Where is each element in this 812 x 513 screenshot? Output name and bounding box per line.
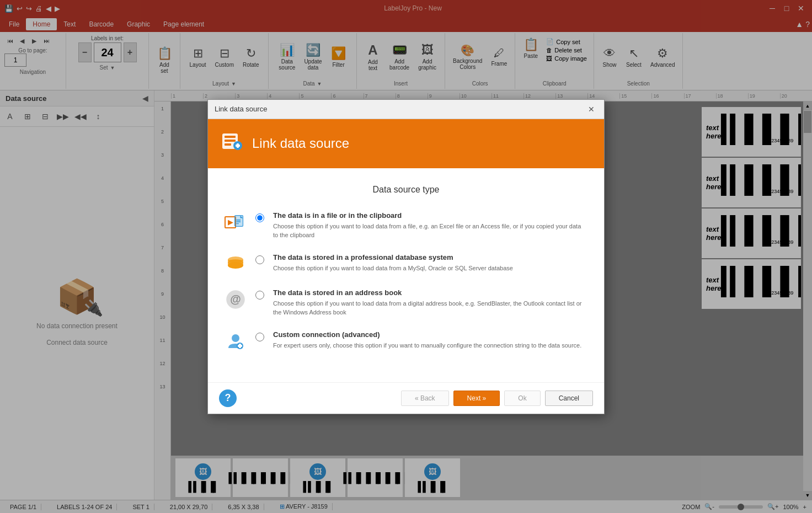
next-btn[interactable]: Next »: [453, 391, 500, 406]
ok-btn[interactable]: Ok: [504, 391, 540, 406]
option-db-icon: [225, 253, 247, 275]
option-custom-desc: For expert users only, choose this optio…: [273, 341, 587, 350]
radio-custom[interactable]: [255, 333, 264, 341]
radio-file[interactable]: [255, 213, 264, 222]
option-db: The data is stored in a professional dat…: [225, 253, 587, 275]
svg-rect-9: [236, 220, 241, 221]
help-icon[interactable]: ?: [219, 389, 237, 407]
svg-text:@: @: [230, 293, 241, 305]
option-custom-icon: [225, 330, 247, 352]
option-address-content: The data is stored in an address book Ch…: [273, 288, 587, 317]
svg-rect-11: [236, 223, 239, 224]
option-file-icon: ▶: [225, 211, 247, 233]
svg-rect-22: [238, 345, 242, 347]
modal-footer: ? « Back Next » Ok Cancel: [208, 382, 604, 414]
modal-header-title: Link data source: [252, 136, 349, 151]
modal-overlay: Link data source ✕ Link data source Data…: [0, 0, 812, 513]
back-btn[interactable]: « Back: [401, 391, 449, 406]
option-address-icon: @: [225, 288, 247, 311]
option-custom-content: Custom connection (advanced) For expert …: [273, 330, 587, 350]
option-file-content: The data is in a file or in the clipboar…: [273, 211, 587, 240]
option-db-content: The data is stored in a professional dat…: [273, 253, 587, 273]
option-file: ▶ The data is in a file or in the clipbo…: [225, 211, 587, 240]
cancel-btn[interactable]: Cancel: [545, 391, 593, 406]
modal-header: Link data source: [208, 119, 604, 168]
svg-rect-6: [236, 145, 240, 147]
svg-point-16: [228, 262, 243, 269]
option-db-title: The data is stored in a professional dat…: [273, 253, 587, 261]
modal-close-btn[interactable]: ✕: [585, 103, 597, 115]
option-file-desc: Choose this option if you want to load d…: [273, 222, 587, 240]
option-address: @ The data is stored in an address book …: [225, 288, 587, 317]
option-file-title: The data is in a file or in the clipboar…: [273, 211, 587, 220]
modal-footer-buttons: « Back Next » Ok Cancel: [401, 391, 593, 406]
link-datasource-modal: Link data source ✕ Link data source Data…: [207, 99, 605, 414]
option-custom: Custom connection (advanced) For expert …: [225, 330, 587, 352]
modal-section-title: Data source type: [225, 185, 587, 195]
svg-rect-3: [225, 143, 231, 146]
option-address-title: The data is stored in an address book: [273, 288, 587, 297]
modal-body: Data source type ▶ The data i: [208, 168, 604, 382]
svg-rect-2: [225, 140, 236, 142]
svg-rect-10: [236, 221, 241, 222]
svg-rect-1: [225, 136, 236, 138]
option-db-desc: Choose this option if you want to load d…: [273, 264, 587, 273]
radio-address[interactable]: [255, 291, 264, 300]
option-address-desc: Choose this option if you want to load d…: [273, 299, 587, 317]
option-custom-title: Custom connection (advanced): [273, 330, 587, 339]
modal-title: Link data source: [215, 105, 267, 113]
modal-header-icon: [221, 130, 243, 157]
svg-point-19: [232, 334, 239, 342]
modal-titlebar: Link data source ✕: [208, 100, 604, 119]
radio-db[interactable]: [255, 255, 264, 264]
